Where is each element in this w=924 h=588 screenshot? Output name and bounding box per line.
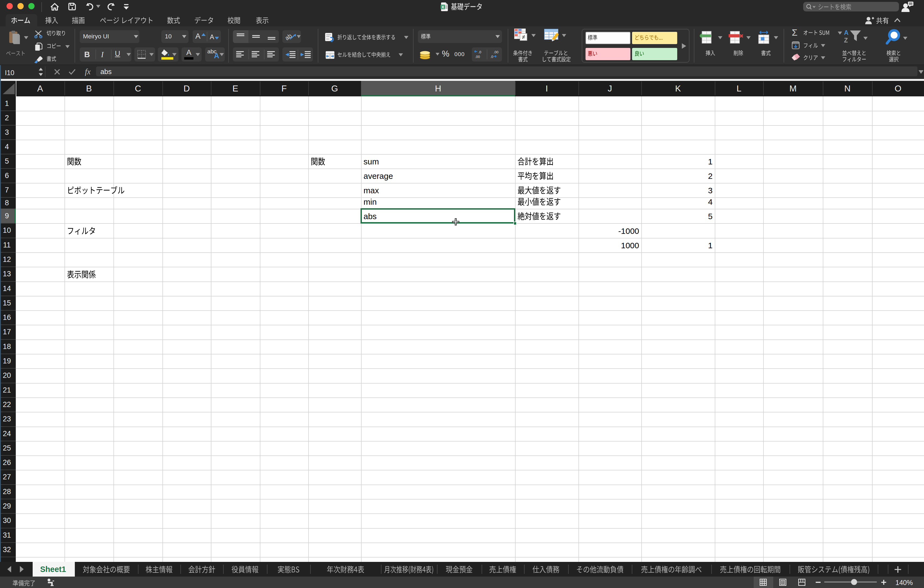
svg-text:≠: ≠ (522, 33, 525, 40)
svg-text:.0: .0 (490, 55, 493, 59)
svg-text:X: X (441, 5, 444, 9)
svg-text:.00: .00 (493, 50, 498, 54)
svg-text:.0: .0 (478, 50, 481, 54)
svg-text:A: A (844, 29, 849, 36)
svg-text:Z: Z (844, 37, 848, 44)
svg-text:.00: .00 (475, 55, 480, 59)
